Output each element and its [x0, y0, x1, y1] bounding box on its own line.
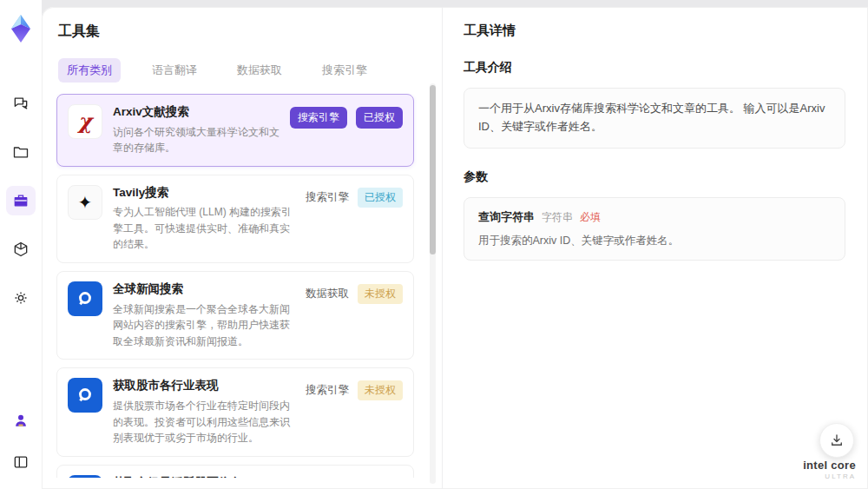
sidebar-bottom [6, 406, 36, 477]
tab-search-engine[interactable]: 搜索引擎 [313, 58, 376, 83]
tool-item-global-news[interactable]: 全球新闻搜索 全球新闻搜索是一个聚合全球各大新闻网站内容的搜索引擎，帮助用户快速… [56, 271, 414, 360]
intro-heading: 工具介绍 [464, 60, 845, 76]
blue-search-logo-icon [68, 281, 102, 316]
tool-name: Tavily搜索 [113, 185, 295, 201]
tools-panel: 工具集 所有类别 语言翻译 数据获取 搜索引擎 χ Arxiv文献搜索 访问各个… [42, 7, 443, 489]
tool-item-active-stocks[interactable]: 获取市场最活跃股票信息 提供当天交易量最高的股票列表。投资者可以利用这些信息来识… [56, 465, 414, 478]
tool-item-tavily[interactable]: ✦ Tavily搜索 专为人工智能代理 (LLM) 构建的搜索引擎工具。可快速提… [56, 175, 414, 263]
category-label: 数据获取 [306, 287, 349, 301]
tab-language-translation[interactable]: 语言翻译 [143, 58, 206, 83]
detail-title: 工具详情 [464, 23, 845, 39]
profile-icon[interactable] [6, 406, 36, 435]
category-label: 搜索引擎 [306, 383, 349, 398]
category-badge: 搜索引擎 [290, 107, 347, 129]
tool-name: 获取股市各行业表现 [113, 378, 295, 393]
tool-desc: 专为人工智能代理 (LLM) 构建的搜索引擎工具。可快速提供实时、准确和真实的结… [113, 204, 295, 253]
arxiv-logo-icon: χ [68, 104, 102, 139]
brand-subtext: ULTRA [803, 472, 856, 480]
status-badge: 已授权 [358, 188, 403, 208]
tool-item-stock-sector[interactable]: 获取股市各行业表现 提供股票市场各个行业在特定时间段内的表现。投资者可以利用这些… [56, 367, 414, 456]
tab-all-categories[interactable]: 所有类别 [58, 58, 121, 83]
toolbox-icon[interactable] [6, 186, 36, 215]
chat-icon[interactable] [6, 89, 36, 118]
settings-icon[interactable] [6, 283, 36, 313]
status-badge: 未授权 [358, 284, 403, 304]
param-type: 字符串 [542, 210, 573, 225]
category-tabs: 所有类别 语言翻译 数据获取 搜索引擎 [58, 58, 421, 83]
intro-text: 一个用于从Arxiv存储库搜索科学论文和文章的工具。 输入可以是Arxiv ID… [464, 88, 845, 149]
collapse-panel-icon[interactable] [6, 447, 36, 477]
params-heading: 参数 [464, 169, 845, 185]
blue-search-logo-icon [68, 378, 102, 413]
folder-icon[interactable] [6, 137, 36, 167]
param-desc: 用于搜索的Arxiv ID、关键字或作者姓名。 [478, 233, 831, 249]
tool-desc: 访问各个研究领域大量科学论文和文章的存储库。 [113, 124, 279, 156]
left-sidebar [0, 0, 42, 489]
page-title: 工具集 [58, 23, 421, 41]
app-logo-icon [8, 14, 34, 43]
scrollbar-track[interactable] [430, 83, 436, 484]
tool-name: 全球新闻搜索 [113, 281, 295, 297]
status-badge: 未授权 [358, 380, 403, 400]
scrollbar-thumb[interactable] [430, 85, 436, 254]
tool-desc: 全球新闻搜索是一个聚合全球各大新闻网站内容的搜索引擎，帮助用户快速获取全球最新资… [113, 301, 295, 350]
tool-desc: 提供股票市场各个行业在特定时间段内的表现。投资者可以利用这些信息来识别表现优于或… [113, 398, 295, 446]
param-required-flag: 必填 [580, 210, 601, 225]
tavily-star-icon: ✦ [68, 185, 102, 220]
category-label: 搜索引擎 [306, 190, 349, 205]
cube-icon[interactable] [6, 235, 36, 264]
tool-list: χ Arxiv文献搜索 访问各个研究领域大量科学论文和文章的存储库。 搜索引擎 … [56, 94, 421, 478]
sidebar-nav [6, 89, 36, 313]
param-card: 查询字符串 字符串 必填 用于搜索的Arxiv ID、关键字或作者姓名。 [464, 197, 845, 261]
main-content: 工具集 所有类别 语言翻译 数据获取 搜索引擎 χ Arxiv文献搜索 访问各个… [42, 7, 868, 489]
download-icon [829, 433, 845, 448]
intel-core-logo: intel core ULTRA [803, 459, 856, 480]
param-name: 查询字符串 [478, 209, 535, 225]
tool-item-arxiv[interactable]: χ Arxiv文献搜索 访问各个研究领域大量科学论文和文章的存储库。 搜索引擎 … [56, 94, 414, 167]
brand-text: intel core [803, 459, 856, 472]
tool-name: Arxiv文献搜索 [113, 104, 279, 120]
tool-name: 获取市场最活跃股票信息 [113, 475, 295, 478]
status-badge: 已授权 [356, 107, 403, 129]
download-button[interactable] [819, 423, 854, 458]
blue-search-logo-icon [68, 475, 102, 478]
tool-detail-panel: 工具详情 工具介绍 一个用于从Arxiv存储库搜索科学论文和文章的工具。 输入可… [443, 7, 868, 489]
tab-data-acquisition[interactable]: 数据获取 [228, 58, 291, 83]
